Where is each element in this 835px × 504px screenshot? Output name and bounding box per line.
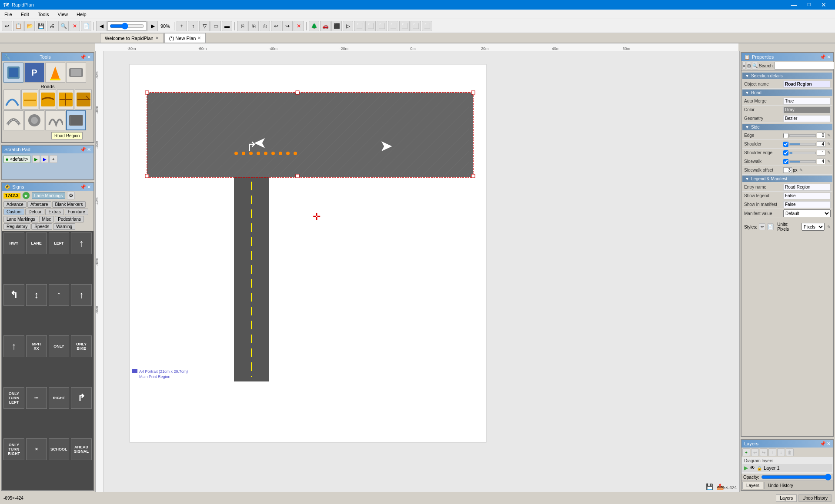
toolbar-tri1[interactable]: ▽: [199, 21, 210, 31]
props-pin[interactable]: 📌: [820, 54, 826, 60]
sign-up4[interactable]: ↑: [3, 335, 24, 357]
layer-up-btn[interactable]: ↑: [768, 448, 776, 456]
tool-road-1[interactable]: [3, 63, 23, 83]
toolbar-copy[interactable]: ⎘: [237, 21, 247, 31]
sign-left-turn[interactable]: ↰: [3, 284, 24, 306]
sign-only[interactable]: ONLY: [49, 335, 70, 357]
toolbar-more6[interactable]: ⬜: [399, 21, 410, 31]
signs-tab-lm[interactable]: Lane Markings: [3, 216, 38, 222]
tool-cone[interactable]: [45, 63, 65, 83]
toolbar-paste[interactable]: ⎙: [260, 21, 270, 31]
section-selection[interactable]: ▼ Selection details: [742, 73, 832, 79]
minimize-btn[interactable]: —: [786, 1, 802, 8]
canvas-main[interactable]: ➤ ➤ ↱: [104, 51, 739, 492]
layer-eye-icon[interactable]: 👁: [750, 465, 755, 471]
scratch-btn-add[interactable]: +: [50, 155, 57, 163]
tab-newplan-close[interactable]: ✕: [197, 36, 201, 40]
signs-tab-advance[interactable]: Advance: [3, 201, 27, 208]
signs-icon-btn[interactable]: ★: [22, 192, 30, 199]
tool-road-8[interactable]: [45, 110, 65, 130]
sign-mph[interactable]: MPHXX: [26, 335, 47, 357]
toolbar-btn7[interactable]: 📄: [81, 21, 91, 31]
sign-only-bike[interactable]: ONLYBIKE: [71, 335, 92, 357]
menu-edit[interactable]: Edit: [17, 11, 33, 18]
units-select[interactable]: Pixels Meters: [802, 223, 825, 231]
opacity-slider[interactable]: [761, 474, 832, 480]
sidewalk-edit-icon[interactable]: ✎: [827, 159, 831, 164]
toolbar-more2[interactable]: ⬜: [354, 21, 364, 31]
tool-road-p[interactable]: P: [24, 63, 44, 83]
edge-edit-icon[interactable]: ✎: [827, 133, 831, 138]
toolbar-sq2[interactable]: ▬: [222, 21, 232, 31]
tools-close[interactable]: ✕: [87, 54, 91, 60]
sign-right-turn[interactable]: ↱: [71, 387, 92, 409]
styles-btn1[interactable]: ✏: [759, 223, 765, 230]
tool-road-line[interactable]: [66, 63, 86, 83]
layer-undo-btn[interactable]: ↩: [751, 448, 759, 456]
toolbar-sq[interactable]: ▭: [210, 21, 221, 31]
toolbar-redo[interactable]: ↪: [282, 21, 293, 31]
search-input[interactable]: [775, 62, 834, 70]
tab-welcome-close[interactable]: ✕: [155, 36, 159, 40]
tool-road-region[interactable]: [66, 110, 86, 130]
edge-checkbox[interactable]: [783, 133, 788, 138]
layer-down-btn[interactable]: ↓: [777, 448, 785, 456]
signs-tab-blank[interactable]: Blank Markers: [52, 201, 86, 208]
section-road[interactable]: ▼ Road: [742, 90, 832, 96]
maximize-btn[interactable]: □: [802, 1, 816, 8]
tool-road-3[interactable]: [39, 90, 56, 109]
sel-handle-bm[interactable]: [296, 174, 299, 178]
toolbar-more[interactable]: ▷: [343, 21, 353, 31]
toolbar-more4[interactable]: ⬜: [377, 21, 387, 31]
toolbar-del[interactable]: ✕: [294, 21, 304, 31]
tool-road-5[interactable]: [75, 90, 92, 109]
zoom-fwd[interactable]: ▶: [147, 21, 158, 31]
scratch-pin[interactable]: 📌: [80, 147, 86, 153]
sel-handle-tl[interactable]: [145, 91, 149, 94]
layer-item-1[interactable]: ▶ 👁 🔒 Layer 1: [742, 464, 832, 472]
layer-add-btn[interactable]: +: [742, 448, 750, 456]
menu-tools[interactable]: Tools: [33, 11, 53, 18]
signs-tab-detour[interactable]: Detour: [25, 209, 44, 215]
toolbar-btn5[interactable]: 🔍: [58, 21, 69, 31]
toolbar-sign[interactable]: ⬛: [331, 21, 342, 31]
menu-view[interactable]: View: [53, 11, 72, 18]
layer-del-btn[interactable]: 🗑: [786, 448, 794, 456]
section-side[interactable]: ▼ Side: [742, 124, 832, 130]
toolbar-road[interactable]: 🚗: [320, 21, 331, 31]
prop-manifest-value-select[interactable]: Default: [783, 209, 831, 217]
tool-road-7[interactable]: [24, 110, 44, 130]
sidewalk-offset-edit-icon[interactable]: ✎: [799, 168, 803, 172]
signs-settings[interactable]: ⚙: [67, 192, 75, 199]
sign-up-arrow[interactable]: ↑: [71, 232, 92, 254]
tool-road-2[interactable]: [21, 90, 38, 109]
toolbar-copy2[interactable]: ⎗: [248, 21, 259, 31]
canvas-area[interactable]: -40m -30m -20m -10m -40m -60m: [96, 51, 739, 492]
bottom-tab-layers[interactable]: Layers: [742, 482, 763, 489]
sign-hwy[interactable]: HWY: [3, 232, 24, 254]
toolbar-arrow[interactable]: ↑: [188, 21, 198, 31]
sign-up2[interactable]: ↑: [49, 284, 70, 306]
signs-tab-extras[interactable]: Extras: [45, 209, 63, 215]
signs-tab-ped[interactable]: Pedestrians: [55, 216, 84, 222]
styles-btn2[interactable]: 📄: [767, 223, 774, 230]
sel-handle-tr[interactable]: [471, 91, 475, 94]
sign-right[interactable]: RIGHT: [49, 387, 70, 409]
status-tab-undo[interactable]: Undo History: [798, 494, 832, 502]
shoulder-edge-edit-icon[interactable]: ✎: [827, 150, 831, 155]
sign-only-turn-right[interactable]: ONLYTURNRIGHT: [3, 438, 24, 460]
sel-handle-bl[interactable]: [145, 174, 149, 178]
tool-curve1[interactable]: [3, 90, 20, 109]
status-tab-layers[interactable]: Layers: [776, 494, 797, 502]
toolbar-plus[interactable]: +: [177, 21, 187, 31]
section-legend[interactable]: ▼ Legend & Manifest: [742, 176, 832, 182]
toolbar-btn3[interactable]: 💾: [36, 21, 46, 31]
sign-ahead-signal[interactable]: AHEADSIGNAL: [71, 438, 92, 460]
signs-tab-speeds[interactable]: Speeds: [31, 223, 52, 230]
signs-tab-aftercare[interactable]: Aftercare: [27, 201, 51, 208]
scratch-btn-blue[interactable]: ▶: [41, 155, 49, 163]
props-btn2[interactable]: ⊞: [747, 62, 751, 70]
shoulder-edit-icon[interactable]: ✎: [827, 142, 831, 146]
tool-road-6[interactable]: [3, 110, 23, 130]
signs-tab-reg[interactable]: Regulatory: [3, 223, 30, 230]
